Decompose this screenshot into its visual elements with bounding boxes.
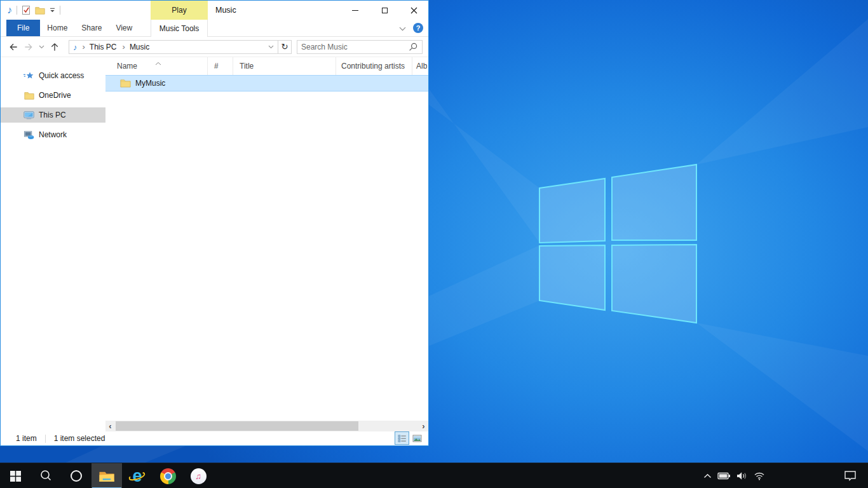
network-tray-icon[interactable] xyxy=(754,471,765,480)
folder-icon xyxy=(35,6,45,15)
navigation-pane: Quick access OneDrive xyxy=(1,57,105,431)
sidebar-item-onedrive[interactable]: OneDrive xyxy=(1,88,105,103)
sidebar-item-quick-access[interactable]: Quick access xyxy=(1,68,105,83)
forward-button[interactable] xyxy=(24,42,34,52)
windows-start-icon xyxy=(10,471,21,482)
volume-tray-icon[interactable] xyxy=(736,471,748,480)
action-center-icon xyxy=(844,470,857,481)
maximize-button[interactable] xyxy=(370,1,399,20)
view-toggles xyxy=(395,432,424,444)
item-count: 1 item xyxy=(16,434,37,443)
breadcrumb-music[interactable]: Music xyxy=(118,42,151,52)
window-title: Music xyxy=(215,1,236,20)
battery-tray-icon[interactable] xyxy=(717,472,731,480)
cortana-button[interactable] xyxy=(61,463,92,488)
file-name: MyMusic xyxy=(135,79,165,88)
tab-file[interactable]: File xyxy=(6,20,40,36)
contextual-tab-play[interactable]: Play xyxy=(151,1,208,20)
arrow-up-icon xyxy=(50,42,60,52)
scroll-right-button[interactable] xyxy=(419,421,428,431)
file-explorer-window: Play Music File Home Share View Music To… xyxy=(0,0,429,446)
quick-access-star-icon xyxy=(24,71,34,81)
back-button[interactable] xyxy=(8,42,18,52)
customize-qat-button[interactable] xyxy=(50,8,55,13)
taskbar-itunes-button[interactable] xyxy=(183,463,214,488)
address-bar[interactable]: This PC Music xyxy=(69,40,278,54)
search-icon[interactable] xyxy=(409,43,417,51)
close-icon xyxy=(410,7,417,14)
address-dropdown-button[interactable] xyxy=(264,45,278,49)
scrollbar-thumb[interactable] xyxy=(116,421,358,431)
properties-button[interactable] xyxy=(22,5,31,15)
details-view-icon xyxy=(398,435,407,442)
sidebar-item-label: This PC xyxy=(39,111,66,119)
wifi-icon xyxy=(754,471,765,480)
search-icon xyxy=(39,470,52,482)
sidebar-item-label: OneDrive xyxy=(39,91,71,100)
taskbar-file-explorer-button[interactable] xyxy=(92,463,122,488)
window-controls xyxy=(341,1,428,20)
show-hidden-icons-button[interactable] xyxy=(703,473,712,478)
tab-share[interactable]: Share xyxy=(74,20,109,36)
column-header-number[interactable]: # xyxy=(207,57,233,75)
content-pane: Name # Title Contributing artists Alb My… xyxy=(105,57,428,431)
large-icons-view-icon xyxy=(412,435,422,442)
chevron-down-icon xyxy=(39,45,44,49)
tab-view[interactable]: View xyxy=(109,20,139,36)
scrollbar-track[interactable] xyxy=(115,421,419,431)
taskbar-buttons xyxy=(0,463,214,488)
minimize-button[interactable] xyxy=(341,1,370,20)
refresh-button[interactable] xyxy=(278,40,292,54)
tab-home[interactable]: Home xyxy=(40,20,74,36)
arrow-right-icon xyxy=(24,42,34,52)
internet-explorer-icon xyxy=(128,467,146,485)
horizontal-scrollbar[interactable] xyxy=(105,421,428,431)
ribbon-right-controls xyxy=(399,20,423,36)
search-box xyxy=(297,40,423,54)
recent-locations-button[interactable] xyxy=(39,45,44,49)
new-folder-button[interactable] xyxy=(35,6,45,15)
taskbar-internet-explorer-button[interactable] xyxy=(122,463,153,488)
details-view-button[interactable] xyxy=(395,432,409,444)
separator xyxy=(45,435,46,443)
file-list: MyMusic xyxy=(105,75,428,421)
column-headers: Name # Title Contributing artists Alb xyxy=(105,57,428,75)
action-center-button[interactable] xyxy=(844,463,857,488)
scroll-left-button[interactable] xyxy=(105,421,115,431)
network-icon xyxy=(24,130,34,140)
computer-icon xyxy=(24,111,34,120)
tab-music-tools[interactable]: Music Tools xyxy=(151,20,208,37)
battery-icon xyxy=(717,472,731,480)
arrow-left-icon xyxy=(8,42,18,52)
help-button[interactable] xyxy=(413,23,423,33)
quick-access-toolbar xyxy=(1,4,60,16)
properties-icon xyxy=(22,5,31,15)
folder-icon xyxy=(24,92,34,100)
separator xyxy=(60,6,60,15)
chevron-down-icon xyxy=(399,27,406,31)
cortana-circle-icon xyxy=(70,470,83,482)
search-input[interactable] xyxy=(297,43,409,51)
up-button[interactable] xyxy=(50,42,60,52)
file-explorer-icon xyxy=(98,470,115,483)
close-button[interactable] xyxy=(399,1,428,20)
navigation-toolbar: This PC Music xyxy=(1,37,428,57)
file-row-mymusic[interactable]: MyMusic xyxy=(105,75,428,92)
taskbar-chrome-button[interactable] xyxy=(153,463,183,488)
selection-count: 1 item selected xyxy=(54,434,105,443)
customize-qat-icon xyxy=(50,8,55,13)
sidebar-item-network[interactable]: Network xyxy=(1,127,105,142)
expand-ribbon-button[interactable] xyxy=(399,22,406,34)
separator xyxy=(17,6,17,15)
column-header-album[interactable]: Alb xyxy=(412,57,428,75)
start-button[interactable] xyxy=(0,463,31,488)
system-tray xyxy=(703,463,765,488)
large-icons-view-button[interactable] xyxy=(410,432,424,444)
column-header-title[interactable]: Title xyxy=(233,57,336,75)
breadcrumb-this-pc[interactable]: This PC xyxy=(78,42,118,52)
chevron-down-icon xyxy=(268,45,274,49)
sidebar-item-this-pc[interactable]: This PC xyxy=(1,107,105,123)
column-header-contributing-artists[interactable]: Contributing artists xyxy=(336,57,412,75)
windows-logo xyxy=(539,165,696,323)
taskbar-search-button[interactable] xyxy=(31,463,61,488)
